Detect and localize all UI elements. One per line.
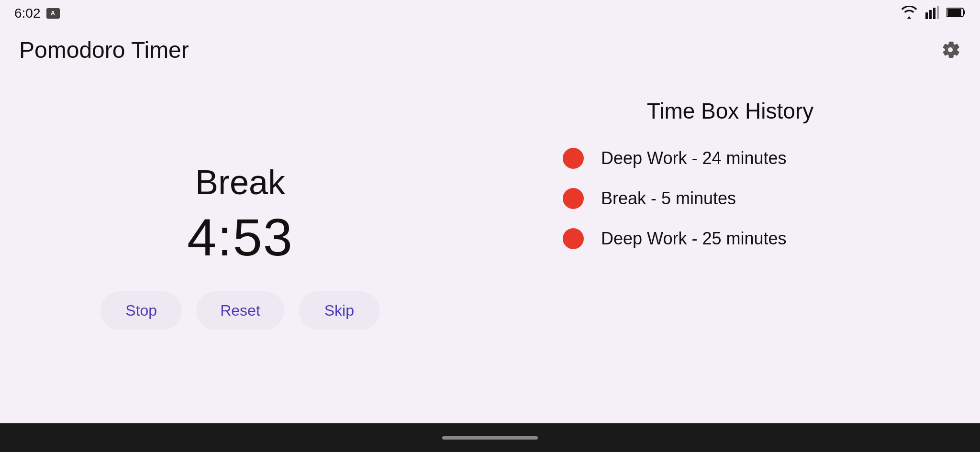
status-left: 6:02 A bbox=[14, 6, 60, 21]
history-dot-2 bbox=[563, 188, 584, 209]
list-item: Break - 5 minutes bbox=[563, 188, 898, 209]
wifi-icon bbox=[901, 6, 918, 21]
keyboard-icon: A bbox=[46, 8, 60, 19]
home-indicator[interactable] bbox=[442, 436, 538, 440]
status-right bbox=[901, 6, 966, 21]
app-header: Pomodoro Timer bbox=[0, 26, 980, 69]
skip-button[interactable]: Skip bbox=[299, 291, 380, 330]
svg-rect-3 bbox=[937, 6, 939, 19]
timer-mode: Break bbox=[195, 163, 285, 202]
reset-button[interactable]: Reset bbox=[196, 291, 284, 330]
svg-rect-1 bbox=[929, 10, 932, 19]
stop-button[interactable]: Stop bbox=[100, 291, 182, 330]
svg-rect-2 bbox=[933, 8, 935, 19]
svg-rect-6 bbox=[947, 9, 961, 16]
signal-icon bbox=[925, 6, 939, 21]
bottom-bar bbox=[0, 423, 980, 452]
history-title: Time Box History bbox=[647, 98, 813, 124]
history-panel: Time Box History Deep Work - 24 minutes … bbox=[480, 79, 980, 414]
settings-button[interactable] bbox=[940, 39, 961, 60]
timer-buttons: Stop Reset Skip bbox=[100, 291, 380, 330]
svg-rect-0 bbox=[925, 12, 928, 19]
history-list: Deep Work - 24 minutes Break - 5 minutes… bbox=[563, 148, 898, 249]
timer-time: 4:53 bbox=[187, 207, 293, 267]
main-content: Break 4:53 Stop Reset Skip Time Box Hist… bbox=[0, 69, 980, 423]
history-text-1: Deep Work - 24 minutes bbox=[601, 148, 787, 168]
list-item: Deep Work - 24 minutes bbox=[563, 148, 898, 169]
history-dot-3 bbox=[563, 228, 584, 249]
status-time: 6:02 bbox=[14, 6, 41, 21]
history-dot-1 bbox=[563, 148, 584, 169]
list-item: Deep Work - 25 minutes bbox=[563, 228, 898, 249]
history-text-2: Break - 5 minutes bbox=[601, 188, 736, 209]
history-text-3: Deep Work - 25 minutes bbox=[601, 229, 787, 249]
timer-panel: Break 4:53 Stop Reset Skip bbox=[0, 79, 480, 414]
status-bar: 6:02 A bbox=[0, 0, 980, 26]
svg-rect-5 bbox=[963, 11, 965, 14]
battery-icon bbox=[947, 7, 966, 20]
app-title: Pomodoro Timer bbox=[19, 37, 189, 63]
